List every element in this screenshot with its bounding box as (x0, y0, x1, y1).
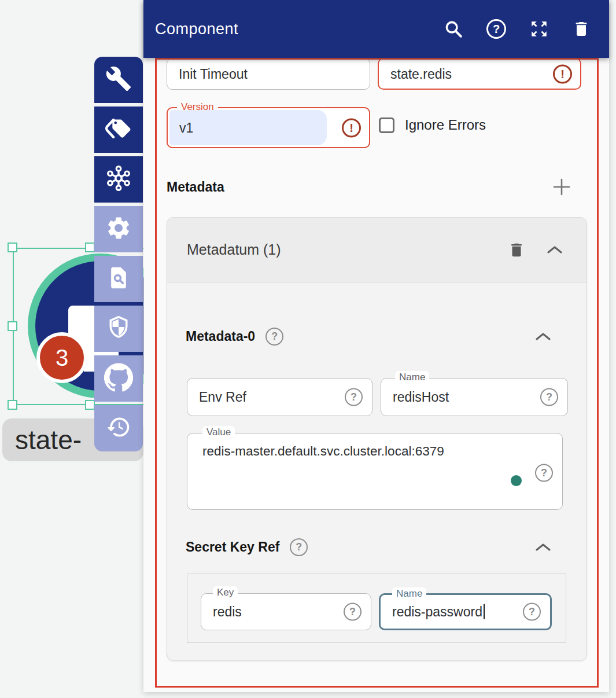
file-search-tool-button[interactable] (94, 256, 143, 302)
env-ref-placeholder: Env Ref (199, 390, 246, 405)
resize-handle-w[interactable] (8, 321, 17, 331)
env-ref-field[interactable]: Env Ref (187, 378, 372, 416)
hub-tool-button[interactable] (94, 156, 143, 203)
ignore-errors-label: Ignore Errors (405, 117, 486, 133)
collapse-metadatum-icon[interactable] (547, 245, 562, 254)
type-field[interactable]: state.redis (378, 58, 581, 90)
resize-handle-s[interactable] (85, 400, 95, 410)
resize-handle-n[interactable] (85, 243, 95, 252)
hub-icon (105, 164, 132, 194)
resize-handle-nw[interactable] (8, 243, 17, 252)
init-timeout-placeholder: Init Timeout (179, 66, 248, 82)
gear-icon (105, 215, 132, 244)
metadatum-card-title: Metadatum (1) (187, 241, 281, 258)
help-icon[interactable] (344, 603, 362, 621)
search-icon[interactable] (444, 19, 463, 39)
add-metadata-button[interactable] (552, 177, 571, 197)
help-icon[interactable] (523, 603, 541, 621)
help-icon[interactable] (290, 538, 308, 556)
version-value: v1 (179, 120, 193, 135)
panel-title: Component (155, 20, 238, 38)
secret-key-value: redis (213, 604, 242, 620)
file-search-icon (106, 265, 131, 293)
type-value: state.redis (390, 66, 452, 82)
drag-handle-dot[interactable] (511, 475, 522, 486)
secret-name-field-label: Name (392, 587, 426, 600)
value-field-label: Value (202, 426, 235, 439)
version-field[interactable]: Version v1 (167, 107, 370, 148)
metadatum-card-header[interactable]: Metadatum (1) (167, 218, 587, 282)
expand-icon[interactable] (529, 19, 549, 39)
metadata-name-value: redisHost (393, 390, 449, 405)
secret-key-ref-section-row: Secret Key Ref (186, 537, 551, 557)
help-icon[interactable] (540, 388, 558, 406)
key-field-label: Key (213, 586, 238, 599)
shield-icon (106, 315, 131, 343)
component-properties-panel: Component Init Timeout state.redis Versi (143, 0, 609, 692)
metadatum-card: Metadatum (1) Metadata-0 Env Ref Name re… (167, 217, 587, 661)
help-icon[interactable] (345, 388, 363, 406)
help-icon[interactable] (265, 328, 283, 346)
history-icon (106, 414, 131, 442)
init-timeout-field[interactable]: Init Timeout (167, 58, 370, 90)
node-toolbar (94, 57, 143, 455)
error-icon (342, 118, 361, 137)
security-tool-button[interactable] (94, 306, 143, 352)
metadata-name-field[interactable]: Name redisHost (381, 378, 568, 416)
wrench-tool-button[interactable] (94, 57, 143, 103)
text-cursor (484, 604, 485, 619)
name-field-label: Name (395, 371, 429, 384)
secret-key-ref-group: Key redis Name redis-password (187, 574, 566, 643)
metadata-heading-row: Metadata (167, 175, 571, 199)
secret-name-field[interactable]: Name redis-password (379, 593, 552, 630)
metadata-heading: Metadata (167, 179, 224, 195)
help-icon[interactable] (535, 464, 553, 482)
secret-key-field[interactable]: Key redis (201, 593, 371, 630)
github-icon (104, 363, 133, 394)
secret-name-value: redis-password (392, 604, 485, 620)
metadata-value-field[interactable]: Value redis-master.default.svc.cluster.l… (187, 433, 563, 510)
help-icon[interactable] (486, 19, 506, 39)
delete-icon[interactable] (572, 20, 591, 38)
settings-tool-button[interactable] (94, 206, 143, 252)
wrench-icon (105, 65, 132, 94)
github-tool-button[interactable] (94, 355, 143, 402)
metadata-0-heading: Metadata-0 (186, 329, 255, 344)
metadata-value-text: redis-master.default.svc.cluster.local:6… (202, 444, 444, 459)
resize-handle-sw[interactable] (8, 400, 17, 410)
ignore-errors-checkbox[interactable] (379, 117, 394, 133)
panel-header: Component (143, 0, 609, 58)
metadata-0-section-row: Metadata-0 (186, 326, 551, 347)
error-icon (553, 64, 572, 83)
collapse-metadata-0-icon[interactable] (536, 332, 551, 341)
history-tool-button[interactable] (94, 405, 143, 451)
secret-key-ref-heading: Secret Key Ref (186, 539, 279, 555)
delete-metadatum-icon[interactable] (508, 241, 525, 259)
tags-icon (105, 115, 132, 144)
tags-tool-button[interactable] (94, 106, 143, 153)
collapse-secret-key-ref-icon[interactable] (536, 543, 551, 552)
